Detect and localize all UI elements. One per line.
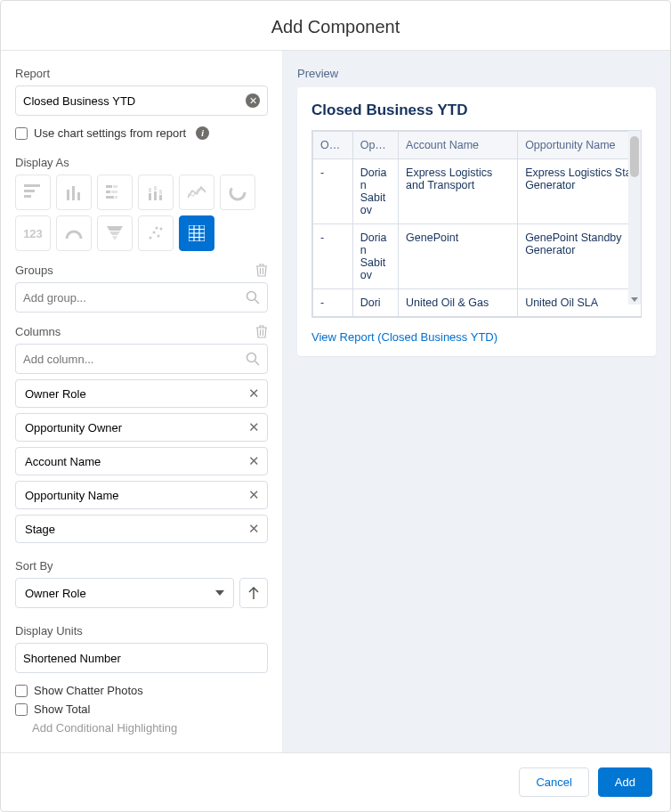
- svg-line-40: [255, 361, 260, 366]
- svg-point-25: [160, 228, 163, 231]
- display-units-value: Shortened Number: [23, 652, 121, 665]
- svg-rect-3: [67, 190, 69, 200]
- chart-settings-checkbox[interactable]: [15, 127, 28, 140]
- chart-type-hbar-icon[interactable]: [15, 175, 51, 210]
- table-header[interactable]: Op…: [352, 132, 398, 159]
- add-group-input[interactable]: [23, 291, 246, 304]
- sort-by-select[interactable]: Owner Role: [15, 578, 234, 608]
- display-units-select[interactable]: Shortened Number: [15, 643, 268, 673]
- svg-point-23: [153, 231, 156, 234]
- svg-rect-15: [154, 186, 157, 191]
- preview-table-scroll[interactable]: Ow… Op… Account Name Opportunity Name S …: [312, 131, 641, 317]
- table-row: - Dorian Sabitov GenePoint GenePoint Sta…: [313, 224, 642, 289]
- svg-rect-1: [24, 190, 35, 192]
- remove-column-icon[interactable]: ✕: [248, 419, 260, 435]
- svg-rect-5: [77, 192, 80, 200]
- add-column-input[interactable]: [23, 353, 246, 366]
- delete-groups-icon[interactable]: [255, 264, 268, 277]
- sort-direction-button[interactable]: [239, 578, 268, 608]
- svg-rect-0: [24, 184, 40, 187]
- add-group-field[interactable]: [15, 282, 268, 313]
- chart-type-scatter-icon[interactable]: [138, 215, 174, 251]
- sort-by-label: Sort By: [15, 559, 268, 572]
- chart-settings-label: Use chart settings from report: [34, 126, 186, 140]
- svg-rect-11: [115, 196, 117, 199]
- column-item-label: Opportunity Owner: [25, 421, 122, 434]
- svg-marker-21: [112, 236, 117, 240]
- show-total-row[interactable]: Show Total: [15, 702, 268, 716]
- column-item-label: Owner Role: [25, 387, 86, 401]
- chart-type-gauge-icon[interactable]: [56, 215, 92, 251]
- table-header[interactable]: Account Name: [399, 132, 518, 159]
- chart-type-stacked-hbar-icon[interactable]: [97, 175, 133, 210]
- svg-point-24: [158, 235, 160, 238]
- delete-columns-icon[interactable]: [255, 325, 268, 338]
- chart-type-stacked-vbar-icon[interactable]: [138, 175, 174, 210]
- svg-rect-16: [159, 195, 162, 200]
- svg-rect-17: [159, 190, 162, 194]
- column-item-label: Opportunity Name: [25, 489, 119, 502]
- svg-rect-10: [106, 196, 114, 199]
- add-column-field[interactable]: [15, 344, 268, 374]
- remove-column-icon[interactable]: ✕: [248, 487, 260, 503]
- config-panel-scroll[interactable]: Report ✕ Use chart settings from report …: [1, 51, 283, 752]
- show-chatter-checkbox[interactable]: [15, 685, 28, 697]
- chart-settings-row[interactable]: Use chart settings from report i: [15, 126, 268, 140]
- add-button[interactable]: Add: [598, 767, 652, 797]
- remove-column-icon[interactable]: ✕: [248, 453, 260, 469]
- table-header[interactable]: Opportunity Name: [518, 132, 641, 159]
- info-icon[interactable]: i: [196, 126, 209, 140]
- column-item[interactable]: Opportunity Owner ✕: [15, 413, 268, 442]
- column-item[interactable]: Owner Role ✕: [15, 379, 268, 408]
- svg-point-39: [247, 353, 256, 362]
- preview-table-wrap: Ow… Op… Account Name Opportunity Name S …: [311, 130, 642, 318]
- table-row: - Dorian Sabitov Express Logistics and T…: [313, 159, 642, 224]
- report-field[interactable]: ✕: [15, 85, 268, 116]
- report-input[interactable]: [23, 94, 246, 108]
- column-item-label: Stage: [25, 523, 55, 536]
- show-chatter-row[interactable]: Show Chatter Photos: [15, 684, 268, 697]
- preview-panel: Preview Closed Business YTD Ow… Op…: [283, 51, 670, 752]
- svg-rect-13: [149, 188, 151, 192]
- column-item[interactable]: Stage ✕: [15, 515, 268, 543]
- show-chatter-label: Show Chatter Photos: [34, 684, 143, 697]
- vertical-scrollbar[interactable]: [628, 131, 641, 304]
- chart-type-table-icon[interactable]: [179, 215, 214, 251]
- display-units-label: Display Units: [15, 624, 268, 637]
- cancel-button[interactable]: Cancel: [519, 767, 588, 797]
- chart-type-donut-icon[interactable]: [220, 175, 255, 210]
- add-conditional-row[interactable]: Add Conditional Highlighting: [15, 721, 268, 735]
- chart-type-funnel-icon[interactable]: [97, 215, 133, 251]
- table-header[interactable]: Ow…: [313, 132, 353, 159]
- preview-card: Closed Business YTD Ow… Op… Accoun: [297, 87, 656, 356]
- remove-column-icon[interactable]: ✕: [248, 521, 260, 537]
- svg-point-18: [230, 185, 245, 199]
- preview-table: Ow… Op… Account Name Opportunity Name S …: [312, 131, 641, 317]
- column-item-label: Account Name: [25, 455, 101, 468]
- modal-header: Add Component: [1, 1, 670, 51]
- chart-type-metric-icon[interactable]: 123: [15, 215, 51, 251]
- svg-marker-19: [107, 226, 123, 231]
- modal-footer: Cancel Add: [1, 752, 670, 811]
- add-conditional-label: Add Conditional Highlighting: [32, 721, 177, 735]
- remove-column-icon[interactable]: ✕: [248, 386, 260, 402]
- chart-type-line-icon[interactable]: [179, 175, 214, 210]
- display-as-grid: 123: [15, 175, 268, 251]
- show-total-label: Show Total: [34, 702, 90, 716]
- svg-point-22: [150, 237, 152, 240]
- svg-point-37: [247, 292, 256, 301]
- columns-label: Columns: [15, 325, 61, 338]
- svg-rect-4: [72, 186, 75, 200]
- chart-type-vbar-icon[interactable]: [56, 175, 92, 210]
- svg-point-26: [156, 227, 158, 230]
- svg-rect-2: [24, 195, 31, 198]
- clear-report-icon[interactable]: ✕: [246, 93, 260, 108]
- display-as-label: Display As: [15, 156, 268, 169]
- search-icon: [246, 352, 260, 366]
- sort-by-value: Owner Role: [25, 587, 86, 600]
- preview-title: Closed Business YTD: [311, 102, 642, 119]
- show-total-checkbox[interactable]: [15, 703, 28, 716]
- column-item[interactable]: Opportunity Name ✕: [15, 481, 268, 509]
- view-report-link[interactable]: View Report (Closed Business YTD): [311, 330, 642, 344]
- column-item[interactable]: Account Name ✕: [15, 447, 268, 475]
